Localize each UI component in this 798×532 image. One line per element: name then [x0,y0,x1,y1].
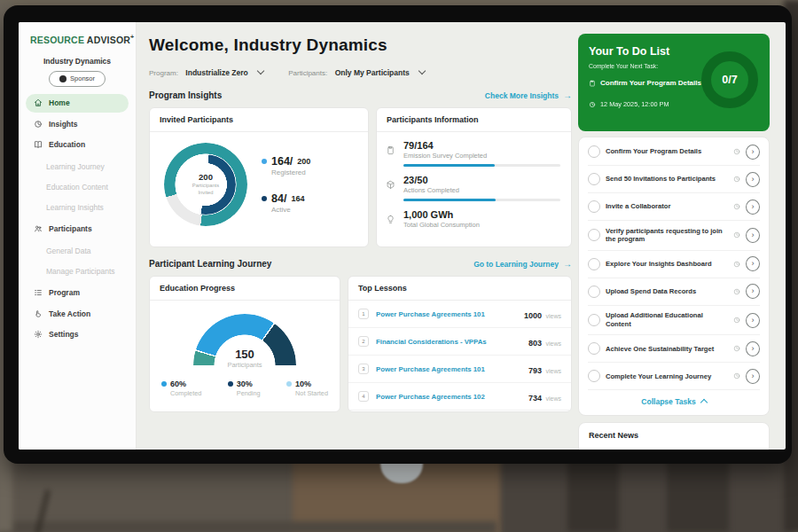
sidebar-item-label: Settings [49,330,79,339]
lesson-views: 1000 [524,311,542,320]
task-checkbox[interactable] [588,258,600,270]
sidebar-item-label: Education Content [46,183,108,192]
check-more-insights-link[interactable]: Check More Insights → [485,91,572,100]
task-checkbox[interactable] [588,173,600,185]
task-chevron-button[interactable]: › [746,200,760,215]
chevron-down-icon [419,67,426,74]
task-checkbox[interactable] [588,370,600,382]
metric-label: Emission Survey Completed [403,152,560,160]
lesson-rank: 3 [358,364,369,374]
sidebar-item-home[interactable]: Home [26,94,129,113]
task-row[interactable]: Complete Your Learning Journey › [588,363,760,390]
metric-value: 23/50 [403,175,560,185]
chevron-right-icon: › [752,147,755,156]
task-chevron-button[interactable]: › [746,284,760,299]
task-checkbox[interactable] [588,342,600,355]
logo-resource: RESOURCE [30,35,84,45]
task-row[interactable]: Achieve One Sustainability Target › [588,335,760,363]
bulb-icon [386,209,396,229]
todo-summary-card: Your To Do List Complete Your Next Task:… [578,34,770,131]
task-list-card: Confirm Your Program Details › Send 50 I… [578,137,770,416]
progress-fill [403,199,496,201]
go-to-learning-journey-link[interactable]: Go to Learning Journey → [473,260,572,269]
lesson-row: 2 Financial Considerations - VPPAs 803 v… [348,328,571,356]
progress-track [403,199,560,201]
sidebar-item-learning-insights[interactable]: Learning Insights [19,197,136,217]
program-filter[interactable]: Program: Industrialize Zero [149,63,263,79]
lesson-link[interactable]: Power Purchase Agreements 101 [376,310,524,318]
program-insights-header: Program Insights Check More Insights → [149,90,572,100]
invited-participants-donut: 200 Participants Invited [164,143,247,226]
insights-cards-row: Invited Participants 200 Participants In… [149,107,572,247]
task-checkbox[interactable] [588,286,600,298]
chevron-right-icon: › [752,344,755,353]
task-row[interactable]: Explore Your Insights Dashboard › [588,251,760,278]
link-label: Check More Insights [485,91,559,100]
sidebar-item-insights[interactable]: Insights [26,114,129,133]
sidebar-item-manage-participants[interactable]: Manage Participants [19,261,136,281]
task-checkbox[interactable] [588,145,600,158]
task-row[interactable]: Upload Spend Data Records › [588,278,760,306]
task-row[interactable]: Confirm Your Program Details › [588,138,760,166]
legend-item-active: 84/164 Active [262,192,310,214]
sidebar-item-education[interactable]: Education [26,136,129,154]
card-title: Invited Participants [150,108,368,132]
sponsor-icon [59,75,66,82]
task-row[interactable]: Invite a Collaborator › [588,193,760,221]
task-chevron-button[interactable]: › [746,228,760,243]
task-row[interactable]: Verify participants requesting to join t… [588,221,760,251]
task-checkbox[interactable] [588,229,600,241]
lesson-views: 734 [528,394,542,403]
education-progress-card: Education Progress 150 Participants 60% [149,276,340,412]
metric-label: Total Global Consumption [403,221,560,229]
background-desk-edge [0,521,497,532]
legend-dot [262,159,267,164]
task-label: Verify participants requesting to join t… [606,227,728,245]
legend-item-registered: 164/200 Registered [262,155,310,176]
task-chevron-button[interactable]: › [746,256,760,271]
sidebar-item-label: Learning Journey [46,162,105,171]
task-row[interactable]: Upload Additional Educational Content › [588,306,760,336]
sidebar-item-program[interactable]: Program [26,284,129,302]
deadline-icon [733,288,740,295]
collapse-tasks-link[interactable]: Collapse Tasks [588,390,760,414]
task-chevron-button[interactable]: › [746,313,760,328]
section-title: Program Insights [149,90,222,100]
sidebar-item-general-data[interactable]: General Data [19,240,136,261]
lesson-link[interactable]: Power Purchase Agreements 102 [376,393,528,401]
task-chevron-button[interactable]: › [746,341,760,356]
sidebar-item-education-content[interactable]: Education Content [19,176,136,197]
recent-news-title: Recent News [589,431,638,440]
task-checkbox[interactable] [588,314,600,326]
views-label: views [545,313,561,319]
legend-value: 84/ [271,192,286,205]
sidebar-item-learning-journey[interactable]: Learning Journey [19,156,136,176]
legend-pct: 10% [295,379,311,388]
task-label: Invite a Collaborator [606,202,728,211]
card-title: Top Lessons [348,277,571,301]
sidebar-item-label: Manage Participants [46,267,115,276]
education-progress-gauge: 150 Participants [193,314,296,365]
lesson-link[interactable]: Financial Considerations - VPPAs [376,338,528,346]
views-label: views [545,395,561,402]
participants-filter[interactable]: Participants: Only My Participants [288,63,425,79]
chevron-right-icon: › [752,372,755,380]
hand-icon [33,309,43,318]
sidebar-item-settings[interactable]: Settings [26,325,129,344]
todo-progress-value: 0/7 [722,74,737,86]
task-chevron-button[interactable]: › [746,172,760,187]
chevron-right-icon: › [752,231,755,239]
lesson-link[interactable]: Power Purchase Agreements 101 [376,365,528,373]
sidebar-item-take-action[interactable]: Take Action [26,304,129,323]
card-title: Education Progress [150,277,340,301]
learning-cards-row: Education Progress 150 Participants 60% [149,276,572,412]
task-checkbox[interactable] [588,200,600,213]
task-chevron-button[interactable]: › [746,369,760,384]
task-row[interactable]: Send 50 Invitations to Participants › [588,166,760,193]
chevron-right-icon: › [752,286,755,295]
sidebar-item-participants[interactable]: Participants [26,220,129,239]
sidebar-item-label: General Data [46,246,91,255]
task-chevron-button[interactable]: › [746,145,760,160]
legend-label: Completed [170,389,201,397]
legend-label: Active [271,206,310,214]
